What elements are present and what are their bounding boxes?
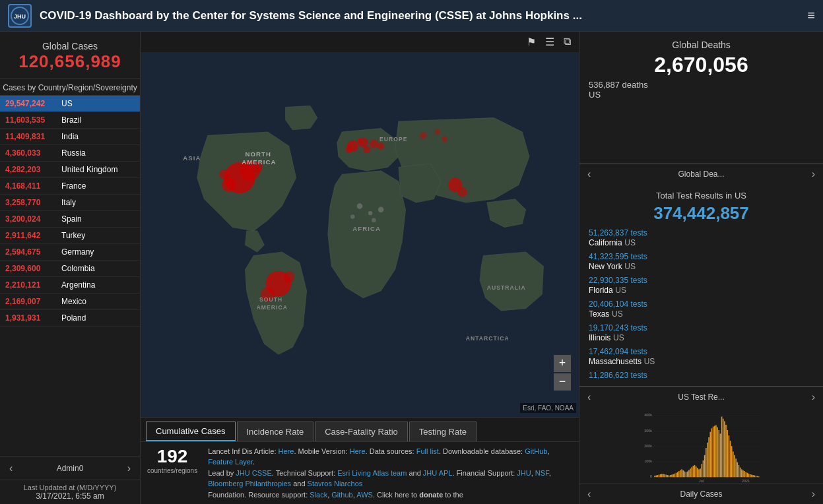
- tests-nav-next[interactable]: ›: [809, 390, 818, 404]
- country-name: Spain: [61, 214, 82, 224]
- tab-button[interactable]: Cumulative Cases: [146, 422, 236, 441]
- test-location: Illinois: [589, 333, 610, 342]
- test-state: US: [613, 333, 624, 342]
- menu-button[interactable]: ≡: [807, 8, 815, 23]
- svg-rect-60: [673, 474, 674, 477]
- tab-button[interactable]: Incidence Rate: [237, 422, 314, 441]
- svg-rect-115: [751, 475, 752, 478]
- country-list[interactable]: 29,547,242 US11,603,535 Brazil11,409,831…: [0, 96, 140, 457]
- lead-prefix: Lead by: [208, 469, 236, 477]
- country-list-item[interactable]: 11,603,535 Brazil: [0, 112, 140, 129]
- deaths-nav-prev[interactable]: ‹: [585, 167, 593, 181]
- country-list-item[interactable]: 2,210,121 Argentina: [0, 277, 140, 294]
- svg-rect-80: [702, 464, 703, 477]
- svg-text:200k: 200k: [644, 444, 652, 448]
- sidebar: Global Cases 120,656,989 Cases by Countr…: [0, 32, 141, 504]
- zoom-out-button[interactable]: −: [554, 373, 571, 391]
- svg-point-13: [370, 140, 378, 148]
- country-list-item[interactable]: 1,931,931 Poland: [0, 310, 140, 327]
- svg-point-26: [372, 218, 376, 222]
- tests-nav-label: US Test Re...: [593, 393, 808, 402]
- test-location: California: [589, 238, 622, 247]
- svg-rect-106: [739, 465, 740, 477]
- here-link-2[interactable]: Here: [350, 447, 366, 455]
- svg-rect-103: [734, 455, 735, 477]
- nsf-link[interactable]: NSF: [535, 469, 549, 477]
- country-list-item[interactable]: 11,409,831 India: [0, 129, 140, 145]
- svg-rect-83: [706, 448, 707, 477]
- country-list-item[interactable]: 2,169,007 Mexico: [0, 294, 140, 310]
- deaths-panel-nav: ‹ Global Dea... ›: [579, 164, 823, 184]
- stavros-link[interactable]: Stavros Niarchos: [308, 480, 363, 488]
- svg-rect-91: [717, 427, 718, 478]
- country-cases: 4,168,411: [5, 181, 61, 191]
- jhu-apl-link[interactable]: JHU APL: [423, 469, 453, 477]
- svg-point-16: [357, 139, 363, 144]
- jhu-link[interactable]: JHU: [517, 469, 531, 477]
- country-list-item[interactable]: 2,309,600 Colombia: [0, 261, 140, 277]
- global-cases-box: Global Cases 120,656,989: [0, 32, 140, 79]
- info-bar: 192 countries/regions Lancet Inf Dis Art…: [141, 441, 579, 505]
- test-list-item: 17,462,094 testsMassachusetts US: [589, 346, 814, 366]
- esri-link[interactable]: Esri Living Atlas team: [337, 469, 407, 477]
- aws-link[interactable]: AWS: [356, 491, 373, 499]
- country-list-item[interactable]: 2,594,675 Germany: [0, 244, 140, 261]
- country-list-item[interactable]: 3,200,024 Spain: [0, 211, 140, 228]
- country-list-item[interactable]: 29,547,242 US: [0, 96, 140, 112]
- svg-text:EUROPE: EUROPE: [379, 136, 408, 142]
- country-list-item[interactable]: 4,282,203 United Kingdom: [0, 162, 140, 178]
- country-name: Brazil: [61, 115, 81, 125]
- svg-point-17: [378, 142, 385, 150]
- deaths-nav-label: Global Dea...: [593, 170, 808, 179]
- svg-point-22: [457, 187, 467, 197]
- bloomberg-link[interactable]: Bloomberg Philanthropies: [208, 480, 291, 488]
- svg-rect-58: [670, 475, 671, 477]
- svg-rect-95: [723, 419, 724, 478]
- nav-prev-arrow[interactable]: ‹: [5, 461, 16, 476]
- list-view-button[interactable]: ☰: [543, 34, 557, 49]
- here-link-1[interactable]: Here: [279, 447, 294, 455]
- feature-layer-link[interactable]: Feature Layer: [208, 458, 253, 466]
- tests-nav-prev[interactable]: ‹: [585, 390, 593, 404]
- full-list-link[interactable]: Full list: [416, 447, 439, 455]
- svg-rect-59: [671, 475, 673, 478]
- test-state: US: [624, 262, 636, 271]
- country-name: Argentina: [61, 280, 95, 290]
- svg-rect-94: [721, 416, 723, 477]
- chart-nav-prev[interactable]: ‹: [585, 487, 593, 501]
- chart-nav-next[interactable]: ›: [809, 487, 818, 501]
- test-list[interactable]: 51,263,837 testsCalifornia US41,323,595 …: [589, 228, 814, 379]
- tab-button[interactable]: Testing Rate: [409, 422, 477, 441]
- country-list-item[interactable]: 2,911,642 Turkey: [0, 228, 140, 244]
- svg-rect-93: [720, 433, 721, 477]
- country-list-item[interactable]: 4,168,411 France: [0, 178, 140, 195]
- map-container[interactable]: ASIA NORTH AMERICA EUROPE AFRICA SOUTH A…: [141, 52, 579, 417]
- deaths-nav-next[interactable]: ›: [809, 167, 818, 181]
- svg-rect-54: [664, 474, 665, 477]
- country-name: Poland: [61, 313, 86, 323]
- tab-button[interactable]: Case-Fatality Ratio: [315, 422, 408, 441]
- nav-next-arrow[interactable]: ›: [123, 461, 135, 476]
- page-title: COVID-19 Dashboard by the Center for Sys…: [40, 9, 807, 22]
- slack-link[interactable]: Slack: [310, 491, 327, 499]
- zoom-in-button[interactable]: +: [554, 355, 571, 372]
- jhu-csse-link[interactable]: JHU CSSE: [236, 469, 271, 477]
- chart-nav: ‹ Daily Cases ›: [579, 484, 823, 504]
- github-link[interactable]: GitHub: [525, 447, 547, 455]
- svg-rect-85: [708, 437, 709, 477]
- svg-rect-76: [696, 466, 697, 477]
- github2-link[interactable]: Github: [331, 491, 352, 499]
- daily-cases-chart: 400k 300k 200k 100k 0: [585, 412, 818, 484]
- bookmark-button[interactable]: ⚑: [524, 34, 539, 49]
- svg-rect-74: [693, 466, 694, 477]
- country-cases: 2,210,121: [5, 280, 61, 290]
- svg-rect-109: [742, 470, 744, 477]
- svg-point-25: [378, 206, 384, 212]
- grid-view-button[interactable]: ⧉: [561, 34, 574, 49]
- svg-rect-113: [748, 474, 750, 477]
- svg-text:Jul: Jul: [699, 479, 704, 483]
- svg-rect-107: [740, 468, 741, 478]
- svg-rect-56: [667, 475, 669, 477]
- country-list-item[interactable]: 4,360,033 Russia: [0, 145, 140, 162]
- country-list-item[interactable]: 3,258,770 Italy: [0, 195, 140, 211]
